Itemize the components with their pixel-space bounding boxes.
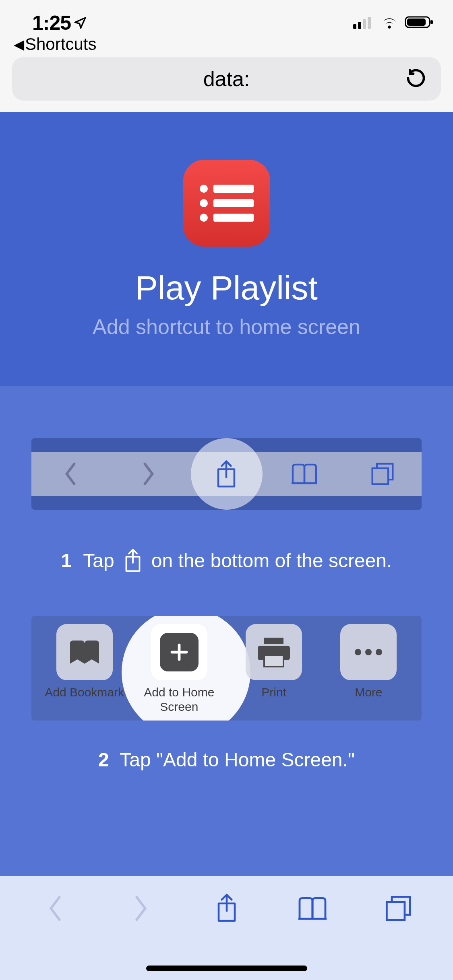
action-print: Print — [232, 624, 316, 700]
svg-rect-30 — [387, 902, 405, 920]
share-button[interactable] — [188, 892, 265, 924]
step-1-number: 1 — [61, 546, 72, 576]
hero-section: Play Playlist Add shortcut to home scree… — [0, 112, 453, 386]
svg-point-9 — [200, 199, 208, 207]
svg-point-11 — [200, 214, 208, 222]
step-2-number: 2 — [98, 749, 109, 770]
action-add-home-screen: Add to Home Screen — [137, 624, 221, 714]
hero-subtitle: Add shortcut to home screen — [93, 315, 360, 339]
url-text: data: — [203, 67, 250, 91]
preview-back-icon — [31, 461, 110, 486]
svg-rect-10 — [213, 199, 254, 207]
svg-rect-6 — [430, 20, 433, 24]
svg-rect-5 — [407, 19, 426, 26]
svg-rect-8 — [213, 185, 254, 193]
svg-point-24 — [355, 649, 361, 655]
action-label: Print — [261, 685, 286, 700]
svg-rect-23 — [264, 655, 283, 667]
step-2: 2 Tap "Add to Home Screen." — [31, 749, 422, 771]
reload-icon[interactable] — [405, 68, 426, 90]
preview-share-icon — [188, 459, 266, 489]
svg-rect-16 — [372, 468, 388, 484]
cellular-signal-icon — [353, 15, 374, 29]
action-more: More — [327, 624, 410, 700]
step-1-text-a: Tap — [83, 546, 114, 576]
bookmarks-button[interactable] — [274, 896, 351, 921]
action-label: More — [355, 685, 382, 700]
status-time-label: 1:25 — [32, 11, 71, 35]
back-app-label: Shortcuts — [25, 35, 96, 54]
wifi-icon — [380, 15, 399, 29]
url-bar[interactable]: data: — [12, 57, 441, 101]
hero-title: Play Playlist — [135, 268, 318, 307]
svg-point-7 — [200, 185, 208, 193]
nav-back-button[interactable] — [17, 894, 94, 923]
action-label: Add Bookmark — [45, 685, 124, 700]
status-time: 1:25 — [32, 11, 87, 35]
back-to-app-breadcrumb[interactable]: ◀ Shortcuts — [14, 35, 96, 54]
action-label: Add to Home Screen — [137, 685, 221, 714]
instructions-section: 1 Tap on the bottom of the screen. Add B… — [0, 386, 453, 876]
svg-rect-3 — [368, 17, 371, 29]
svg-rect-21 — [264, 638, 283, 644]
battery-icon — [405, 15, 434, 29]
step-1: 1 Tap on the bottom of the screen. — [31, 546, 422, 576]
location-services-icon — [73, 11, 87, 35]
safari-bottom-toolbar — [0, 876, 453, 980]
home-indicator[interactable] — [146, 966, 307, 971]
action-add-bookmark: Add Bookmark — [43, 624, 126, 700]
preview-forward-icon — [110, 461, 188, 486]
step-1-text-b: on the bottom of the screen. — [151, 546, 392, 576]
share-icon — [122, 548, 143, 574]
svg-rect-1 — [358, 22, 361, 29]
svg-point-25 — [365, 649, 372, 655]
status-right — [353, 15, 434, 29]
tabs-button[interactable] — [360, 894, 437, 922]
svg-rect-0 — [353, 24, 356, 29]
top-chrome: 1:25 ◀ Shortcuts data: — [0, 0, 453, 112]
shortcut-app-icon — [183, 160, 270, 247]
preview-tabs-icon — [343, 461, 422, 486]
back-triangle-icon: ◀ — [14, 36, 24, 52]
svg-point-26 — [376, 649, 382, 655]
safari-toolbar-preview — [31, 438, 422, 510]
share-sheet-preview: Add Bookmark Add to Home Screen Print Mo… — [31, 616, 422, 721]
step-2-text: Tap "Add to Home Screen." — [120, 749, 355, 770]
nav-forward-button[interactable] — [102, 894, 180, 923]
preview-bookmarks-icon — [265, 462, 343, 486]
svg-rect-2 — [363, 19, 366, 29]
svg-rect-12 — [213, 214, 254, 222]
